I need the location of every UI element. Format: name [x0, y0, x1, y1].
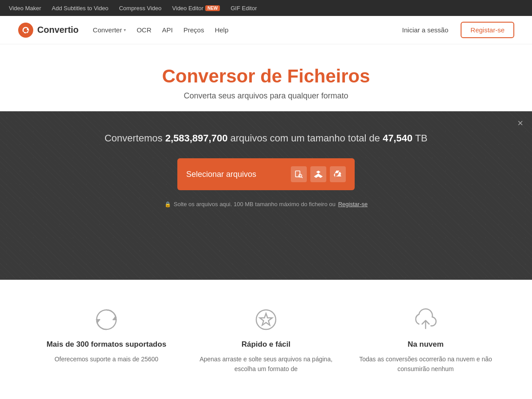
feature-title-cloud: Na nuvem: [359, 340, 492, 349]
svg-marker-6: [260, 313, 272, 325]
star-icon: [253, 306, 279, 333]
nav-link-help[interactable]: Help: [215, 26, 228, 34]
feature-desc-formats: Oferecemos suporte a mais de 25600: [40, 354, 173, 364]
hero-section: Conversor de Ficheiros Converta seus arq…: [0, 44, 532, 111]
nav-precos-label: Preços: [184, 26, 204, 34]
register-hint-link[interactable]: Registar-se: [338, 201, 368, 207]
topbar-link-compress[interactable]: Compress Video: [119, 5, 161, 12]
nav-links: Converter ▾ OCR API Preços Help: [93, 26, 228, 34]
stats-text-before: Convertemos: [105, 133, 163, 144]
stats-number-tb: 47,540: [383, 133, 412, 144]
nav-link-converter[interactable]: Converter ▾: [93, 26, 126, 34]
chevron-down-icon: ▾: [124, 27, 126, 32]
topbar-link-video-maker[interactable]: Video Maker: [9, 5, 41, 12]
upload-section: × Convertemos 2,583,897,700 arquivos com…: [0, 111, 532, 280]
feature-formats: Mais de 300 formatos suportados Oferecem…: [40, 306, 173, 374]
nav-ocr-label: OCR: [137, 26, 151, 34]
nav-link-api[interactable]: API: [162, 26, 173, 34]
refresh-icon: [93, 306, 120, 333]
select-files-button[interactable]: Selecionar arquivos: [177, 158, 355, 190]
nav-link-ocr[interactable]: OCR: [137, 26, 151, 34]
google-drive-icon: [333, 170, 342, 179]
topbar: Video Maker Add Subtitles to Video Compr…: [0, 0, 532, 16]
navbar-right: Iniciar a sessão Registar-se: [397, 22, 514, 38]
feature-icon-easy: [253, 306, 279, 333]
feature-title-easy: Rápido e fácil: [200, 340, 332, 349]
logo-icon: [18, 22, 34, 38]
stats-text-middle: arquivos com um tamanho total de: [231, 133, 380, 144]
nav-converter-label: Converter: [93, 26, 122, 34]
stats-number-files: 2,583,897,700: [165, 133, 228, 144]
svg-rect-1: [296, 171, 300, 177]
feature-title-formats: Mais de 300 formatos suportados: [40, 340, 173, 349]
drop-hint: 🔒 Solte os arquivos aqui. 100 MB tamanho…: [0, 201, 532, 229]
topbar-link-gif-editor[interactable]: GIF Editor: [231, 5, 257, 12]
dropbox-icon: [314, 170, 323, 179]
hero-subtitle: Converta seus arquivos para qualquer for…: [9, 91, 523, 101]
drop-hint-text: Solte os arquivos aqui. 100 MB tamanho m…: [174, 201, 336, 207]
new-badge: NEW: [205, 5, 220, 11]
topbar-video-editor-label: Video Editor: [172, 5, 203, 12]
logo[interactable]: Convertio: [18, 22, 78, 38]
feature-desc-easy: Apenas arraste e solte seus arquivos na …: [200, 354, 332, 374]
cloud-icons: [291, 166, 346, 182]
file-search-icon: [294, 170, 303, 179]
select-files-label: Selecionar arquivos: [186, 170, 286, 179]
features-section: Mais de 300 formatos suportados Oferecem…: [0, 280, 532, 392]
file-search-icon-button[interactable]: [291, 166, 307, 182]
feature-cloud: Na nuvem Todas as conversões ocorrerão n…: [359, 306, 492, 374]
hero-title: Conversor de Ficheiros: [9, 66, 523, 87]
google-drive-icon-button[interactable]: [330, 166, 346, 182]
register-button[interactable]: Registar-se: [461, 22, 514, 38]
stats-text-after: TB: [415, 133, 427, 144]
topbar-link-video-editor[interactable]: Video Editor NEW: [172, 5, 220, 12]
stats-banner: Convertemos 2,583,897,700 arquivos com u…: [0, 111, 532, 158]
signin-button[interactable]: Iniciar a sessão: [397, 23, 454, 37]
topbar-link-add-subtitles[interactable]: Add Subtitles to Video: [52, 5, 109, 12]
nav-api-label: API: [162, 26, 173, 34]
cloud-upload-icon: [412, 306, 439, 333]
svg-line-3: [301, 177, 303, 178]
upload-drop-zone: Selecionar arquivos: [177, 158, 355, 190]
navbar-left: Convertio Converter ▾ OCR API Preços Hel…: [18, 22, 228, 38]
dropbox-icon-button[interactable]: [310, 166, 326, 182]
lock-icon: 🔒: [164, 201, 171, 207]
navbar: Convertio Converter ▾ OCR API Preços Hel…: [0, 16, 532, 44]
close-button[interactable]: ×: [517, 118, 523, 128]
feature-icon-formats: [93, 306, 120, 333]
feature-desc-cloud: Todas as conversões ocorrerão na nuvem e…: [359, 354, 492, 374]
feature-icon-cloud: [412, 306, 439, 333]
svg-point-0: [18, 23, 33, 38]
feature-easy: Rápido e fácil Apenas arraste e solte se…: [200, 306, 332, 374]
nav-help-label: Help: [215, 26, 228, 34]
svg-point-2: [299, 174, 302, 177]
nav-link-precos[interactable]: Preços: [184, 26, 204, 34]
logo-text: Convertio: [37, 25, 78, 35]
